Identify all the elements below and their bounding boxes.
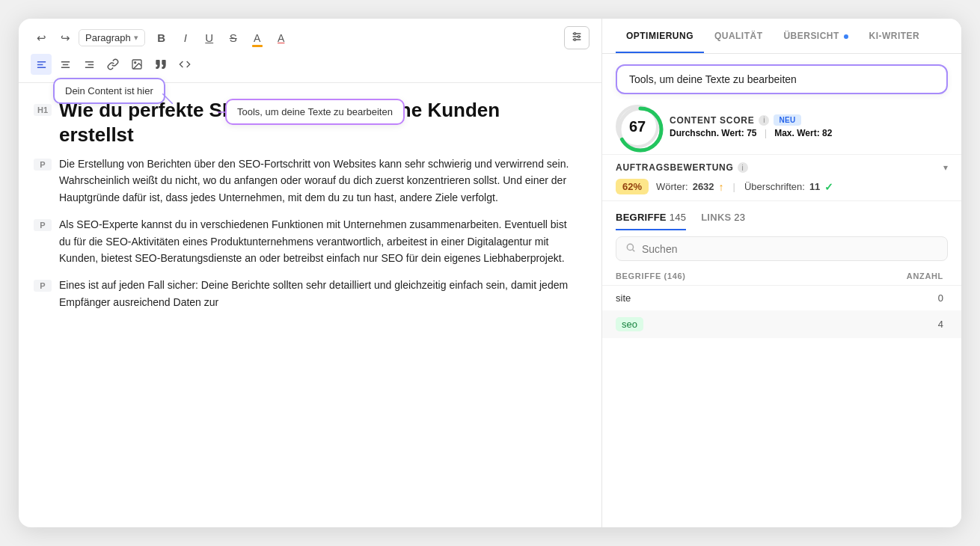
tab-ki-writer[interactable]: KI-WRITER xyxy=(859,19,931,53)
align-center-button[interactable] xyxy=(55,54,76,75)
paragraph-2[interactable]: Als SEO-Experte kannst du in verschieden… xyxy=(59,216,578,266)
svg-line-18 xyxy=(162,93,173,104)
table-row: site 0 xyxy=(602,286,961,311)
right-panel: OPTIMIERUNG QUALITÄT ÜBERSICHT KI-WRITER… xyxy=(602,19,961,527)
undo-button[interactable]: ↩ xyxy=(31,28,52,49)
settings-button[interactable] xyxy=(564,26,589,49)
tab-optimierung[interactable]: OPTIMIERUNG xyxy=(616,19,704,53)
svg-point-3 xyxy=(574,33,576,35)
search-row xyxy=(602,230,961,267)
p-badge-2: P xyxy=(34,219,52,231)
toolbar: ↩ ↪ Paragraph ▾ B I U S A A xyxy=(19,19,601,83)
neu-badge: NEU xyxy=(774,114,800,126)
code-button[interactable] xyxy=(174,54,195,75)
tab-links[interactable]: LINKS 23 xyxy=(701,207,745,230)
ueberschriften-check: ✓ xyxy=(824,181,833,193)
table-row: seo 4 xyxy=(602,310,961,338)
tooltip-tools: Tools, um deine Texte zu bearbeiten xyxy=(225,99,405,125)
ubersicht-dot xyxy=(844,34,848,39)
italic-button[interactable]: I xyxy=(175,28,196,49)
highlight-button[interactable]: A xyxy=(247,28,268,49)
svg-point-5 xyxy=(574,39,576,41)
svg-line-22 xyxy=(633,250,635,252)
auftrags-row: 62% Wörter: 2632 ↑ | Überschriften: 11 ✓ xyxy=(616,179,948,194)
score-info-icon[interactable]: i xyxy=(759,115,769,126)
h1-badge: H1 xyxy=(34,104,52,116)
percent-badge: 62% xyxy=(616,179,649,194)
score-circle: 67 xyxy=(616,105,659,148)
para1-row: P Die Erstellung von Berichten über den … xyxy=(34,156,578,206)
content-score-section: 67 CONTENT SCORE i NEU Durchschn. Wert: … xyxy=(602,97,961,154)
term-site: site xyxy=(602,286,813,311)
links-count: 23 xyxy=(734,212,745,223)
begriffe-tabs: BEGRIFFE 145 LINKS 23 xyxy=(602,200,961,230)
tab-ubersicht[interactable]: ÜBERSICHT xyxy=(773,19,858,53)
woerter-arrow: ↑ xyxy=(719,181,724,193)
auftrags-chevron[interactable]: ▾ xyxy=(943,162,948,173)
align-right-button[interactable] xyxy=(79,54,99,75)
font-color-button[interactable]: A xyxy=(271,28,292,49)
begriffe-count: 145 xyxy=(670,212,686,223)
app-container: ↩ ↪ Paragraph ▾ B I U S A A xyxy=(19,19,961,527)
count-site: 0 xyxy=(813,286,961,311)
search-input[interactable] xyxy=(642,243,938,255)
link-button[interactable] xyxy=(102,54,123,75)
redo-button[interactable]: ↪ xyxy=(55,28,76,49)
tab-begriffe[interactable]: BEGRIFFE 145 xyxy=(616,207,686,230)
stats-pipe: | xyxy=(733,181,735,192)
toolbar-row1: ↩ ↪ Paragraph ▾ B I U S A A xyxy=(31,26,589,49)
quote-button[interactable] xyxy=(150,54,171,75)
paragraph-select[interactable]: Paragraph ▾ xyxy=(79,29,145,46)
table-header-row: BEGRIFFE (146) ANZAHL xyxy=(602,267,961,286)
auftragsbewertung-section: AUFTRAGSBEWERTUNG i ▾ 62% Wörter: 2632 ↑… xyxy=(602,154,961,200)
auftrags-label: AUFTRAGSBEWERTUNG xyxy=(616,162,734,173)
image-button[interactable] xyxy=(126,54,147,75)
p-badge-1: P xyxy=(34,159,52,171)
tab-qualitat[interactable]: QUALITÄT xyxy=(704,19,774,53)
tooltip-content: Dein Content ist hier xyxy=(53,78,165,104)
score-sub: Durchschn. Wert: 75 Max. Wert: 82 xyxy=(670,128,948,138)
score-divider xyxy=(765,129,766,138)
paragraph-1[interactable]: Die Erstellung von Berichten über den SE… xyxy=(59,156,578,206)
toolbar-row2: Tools, um deine Texte zu bearbeiten Dein… xyxy=(31,54,589,75)
strikethrough-button[interactable]: S xyxy=(223,28,244,49)
auftrags-header: AUFTRAGSBEWERTUNG i ▾ xyxy=(616,162,948,173)
score-info: CONTENT SCORE i NEU Durchschn. Wert: 75 … xyxy=(670,114,948,138)
auftrags-info-icon[interactable]: i xyxy=(738,162,748,173)
underline-button[interactable]: U xyxy=(199,28,220,49)
rp-tooltip: Tools, um deine Texte zu bearbeiten xyxy=(616,64,948,94)
editor-content: H1 Wie du perfekte SEO-Berichte für dein… xyxy=(19,83,601,527)
begriffe-table: BEGRIFFE (146) ANZAHL site 0 seo 4 xyxy=(602,267,961,338)
align-left-button[interactable] xyxy=(31,54,52,75)
nav-tabs: OPTIMIERUNG QUALITÄT ÜBERSICHT KI-WRITER xyxy=(602,19,961,54)
bold-button[interactable]: B xyxy=(151,28,172,49)
paragraph-3[interactable]: Eines ist auf jeden Fall sicher: Deine B… xyxy=(59,277,578,310)
term-seo: seo xyxy=(602,310,813,338)
auftrags-stats: Wörter: 2632 ↑ | Überschriften: 11 ✓ xyxy=(656,181,833,193)
col-begriffe: BEGRIFFE (146) xyxy=(602,267,813,286)
svg-point-4 xyxy=(578,36,580,38)
score-number: 67 xyxy=(629,118,646,135)
search-icon xyxy=(625,242,636,255)
para3-row: P Eines ist auf jeden Fall sicher: Deine… xyxy=(34,277,578,310)
svg-point-21 xyxy=(627,244,633,250)
p-badge-3: P xyxy=(34,280,52,292)
score-label: CONTENT SCORE xyxy=(670,115,754,126)
para2-row: P Als SEO-Experte kannst du in verschied… xyxy=(34,216,578,266)
search-box xyxy=(616,236,948,261)
editor-panel: ↩ ↪ Paragraph ▾ B I U S A A xyxy=(19,19,602,527)
col-anzahl: ANZAHL xyxy=(813,267,961,286)
score-label-row: CONTENT SCORE i NEU xyxy=(670,114,948,126)
svg-point-16 xyxy=(135,62,136,64)
count-seo: 4 xyxy=(813,310,961,338)
